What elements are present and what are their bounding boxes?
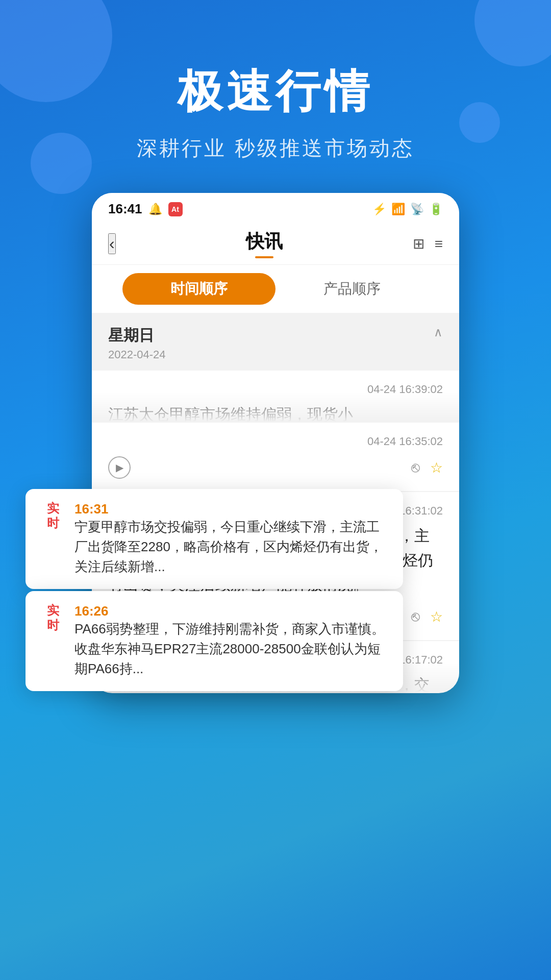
back-button[interactable]: ‹	[108, 233, 116, 254]
section-header: 星期日 2022-04-24 ∧	[92, 313, 459, 370]
section-day-group: 星期日 2022-04-24	[108, 325, 166, 361]
news-action-right-3: ⎋ ☆	[411, 608, 443, 625]
news-meta-2: 04-24 16:35:02	[108, 435, 443, 448]
float-card-2-content: PA66弱势整理，下游维持刚需补货，商家入市谨慎。收盘华东神马EPR27主流28…	[74, 619, 389, 679]
star-icon-2[interactable]: ☆	[430, 459, 443, 476]
status-bar: 16:41 🔔 At ⚡ 📶 📡 🔋	[92, 193, 459, 221]
play-button-2[interactable]: ▶	[108, 456, 131, 479]
status-time: 16:41	[108, 201, 142, 217]
nav-bar: ‹ 快讯 ⊞ ≡	[92, 221, 459, 265]
bluetooth-icon: ⚡	[372, 203, 386, 216]
float-card-2: 实 时 16:26 PA66弱势整理，下游维持刚需补货，商家入市谨慎。收盘华东神…	[26, 591, 403, 691]
float-card-1: 实 时 16:31 宁夏甲醇市场交投偏弱，今日重心继续下滑，主流工厂出货降至22…	[26, 489, 403, 589]
float-card-1-content: 宁夏甲醇市场交投偏弱，今日重心继续下滑，主流工厂出货降至2280，略高价格有，区…	[74, 517, 389, 577]
tab-time-order[interactable]: 时间顺序	[122, 273, 276, 305]
grid-icon[interactable]: ⊞	[413, 235, 424, 252]
realtime-label-2b: 时	[47, 618, 59, 633]
news-item-1: 04-24 16:39:02 江苏太仓甲醇市场维持偏弱，现货小	[92, 371, 459, 422]
phone-container: 实 时 16:31 宁夏甲醇市场交投偏弱，今日重心继续下滑，主流工厂出货降至22…	[56, 193, 495, 734]
menu-icon[interactable]: ≡	[435, 236, 443, 252]
status-right: ⚡ 📶 📡 🔋	[372, 203, 443, 216]
realtime-label-1: 实	[47, 501, 59, 516]
share-icon-2[interactable]: ⎋	[411, 459, 420, 476]
tab-bar: 时间顺序 产品顺序	[92, 265, 459, 313]
hero-title: 极速行情	[0, 61, 551, 122]
notification-badge: At	[168, 202, 183, 216]
news-actions-2: ▶ ⎋ ☆	[108, 456, 443, 479]
realtime-badge-2: 实 时	[40, 603, 66, 633]
bell-icon: 🔔	[148, 203, 162, 216]
float-card-1-time: 16:31	[74, 501, 109, 517]
news-text-1: 江苏太仓甲醇市场维持偏弱，现货小	[108, 402, 443, 422]
chevron-up-icon[interactable]: ∧	[434, 325, 443, 339]
news-action-right-2: ⎋ ☆	[411, 459, 443, 476]
battery-icon: 🔋	[429, 203, 443, 216]
news-meta-1: 04-24 16:39:02	[108, 383, 443, 396]
status-left: 16:41 🔔 At	[108, 201, 183, 217]
wifi-icon: 📡	[410, 203, 424, 216]
nav-icons: ⊞ ≡	[413, 235, 443, 252]
hero-section: 极速行情 深耕行业 秒级推送市场动态	[0, 0, 551, 193]
hero-subtitle: 深耕行业 秒级推送市场动态	[0, 134, 551, 162]
news-item-2: 04-24 16:35:02 ▶ ⎋ ☆	[92, 423, 459, 491]
tab-product-order[interactable]: 产品顺序	[276, 273, 429, 305]
realtime-badge-1: 实 时	[40, 501, 66, 531]
nav-title: 快讯	[246, 229, 283, 258]
float-card-2-time: 16:26	[74, 603, 109, 619]
signal-icon: 📶	[391, 203, 405, 216]
section-date: 2022-04-24	[108, 348, 166, 361]
realtime-label-2: 实	[47, 603, 59, 618]
section-day: 星期日	[108, 325, 166, 346]
star-icon-3[interactable]: ☆	[430, 608, 443, 625]
realtime-label-1b: 时	[47, 516, 59, 531]
share-icon-3[interactable]: ⎋	[411, 608, 420, 625]
news-action-left-2: ▶	[108, 456, 131, 479]
